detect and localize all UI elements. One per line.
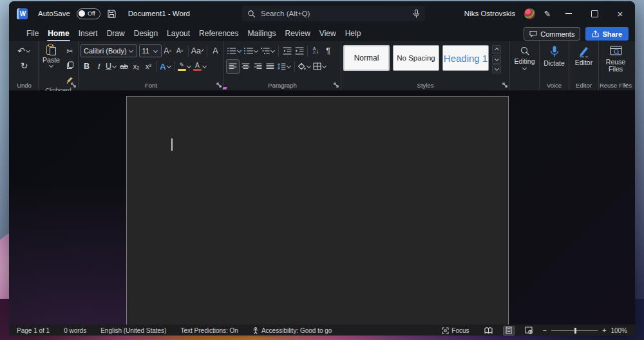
document-page[interactable]: [126, 96, 509, 325]
styles-more-button[interactable]: [492, 64, 501, 73]
superscript-button[interactable]: x²: [142, 60, 155, 73]
editor-pen-icon: [578, 46, 590, 57]
tab-file[interactable]: File: [22, 27, 43, 40]
user-name[interactable]: Niks Ostrovskis: [464, 10, 515, 17]
search-bar[interactable]: Search (Alt+Q): [242, 6, 425, 21]
cut-button[interactable]: ✂: [64, 44, 76, 58]
editor-button[interactable]: Editor: [571, 43, 596, 80]
text-effects-button[interactable]: A: [159, 60, 173, 73]
tab-references[interactable]: References: [194, 27, 243, 40]
accessibility-status[interactable]: Accessibility: Good to go: [252, 327, 332, 334]
subscript-button[interactable]: x₂: [130, 60, 142, 73]
bullets-button[interactable]: [226, 44, 243, 58]
strikethrough-button[interactable]: ab: [118, 60, 130, 73]
copy-button[interactable]: [64, 59, 76, 72]
close-button[interactable]: ×: [612, 5, 629, 22]
print-layout-button[interactable]: [503, 326, 515, 335]
align-left-button[interactable]: [226, 59, 240, 74]
comments-button[interactable]: Comments: [524, 27, 580, 41]
font-group-label: Font: [80, 80, 222, 90]
change-case-button[interactable]: Aa: [191, 44, 205, 58]
borders-button[interactable]: [312, 60, 328, 73]
styles-scroll-up-button[interactable]: [492, 45, 501, 54]
align-right-icon: [254, 63, 262, 70]
tab-review[interactable]: Review: [281, 27, 315, 40]
bold-button[interactable]: B: [80, 60, 93, 73]
undo-dropdown-icon[interactable]: [26, 48, 30, 53]
word-count[interactable]: 0 words: [64, 327, 86, 334]
underline-button[interactable]: U: [105, 60, 118, 73]
align-center-button[interactable]: [240, 60, 252, 73]
share-icon: [592, 30, 599, 37]
share-button[interactable]: Share: [585, 27, 629, 41]
word-logo-icon[interactable]: W: [17, 8, 28, 19]
align-right-button[interactable]: [252, 60, 264, 73]
focus-mode-button[interactable]: Focus: [442, 327, 469, 334]
editing-button[interactable]: Editing: [512, 43, 537, 80]
zoom-in-button[interactable]: +: [602, 326, 606, 334]
font-size-select[interactable]: 11: [139, 44, 162, 57]
style-normal[interactable]: Normal: [343, 45, 390, 71]
text-predictions-indicator[interactable]: Text Predictions: On: [180, 327, 238, 334]
decrease-indent-button[interactable]: [281, 44, 293, 58]
web-layout-button[interactable]: [523, 326, 535, 335]
multilevel-list-button[interactable]: [260, 44, 276, 58]
tab-view[interactable]: View: [315, 27, 341, 40]
clipboard-dialog-launcher-icon[interactable]: [71, 82, 76, 88]
justify-button[interactable]: [264, 60, 276, 73]
zoom-out-button[interactable]: −: [543, 326, 547, 334]
styles-dialog-launcher-icon[interactable]: [502, 82, 507, 88]
grow-font-button[interactable]: A˄: [162, 44, 174, 58]
sort-button[interactable]: AZ ↓: [310, 44, 322, 58]
highlight-color-button[interactable]: ✎: [177, 60, 193, 73]
save-icon[interactable]: [107, 9, 117, 19]
font-dialog-launcher-icon[interactable]: [216, 82, 222, 88]
ribbon: ↶ ↻ Undo Paste ✂: [9, 41, 635, 91]
paragraph-dialog-launcher-icon[interactable]: [334, 82, 339, 88]
search-icon: [247, 10, 256, 18]
show-hide-marks-button[interactable]: ¶: [322, 44, 334, 58]
shading-button[interactable]: [297, 60, 312, 73]
shrink-font-button[interactable]: A˅: [174, 44, 186, 58]
style-no-spacing[interactable]: No Spacing: [393, 45, 439, 71]
tab-layout[interactable]: Layout: [162, 27, 194, 40]
reuse-files-button[interactable]: Reuse Files: [601, 43, 630, 80]
paint-bucket-icon: [298, 62, 306, 70]
style-heading1[interactable]: Heading 1: [442, 45, 489, 71]
paste-dropdown-icon[interactable]: [49, 63, 53, 68]
font-color-button[interactable]: A: [193, 60, 208, 73]
microphone-icon[interactable]: [413, 9, 420, 18]
autosave-toggle[interactable]: Off: [77, 8, 100, 19]
user-avatar[interactable]: [524, 8, 535, 19]
document-canvas[interactable]: [9, 91, 635, 325]
numbering-button[interactable]: [243, 44, 260, 58]
highlight-bar-icon: [178, 69, 186, 71]
tab-mailings[interactable]: Mailings: [243, 27, 280, 40]
line-spacing-button[interactable]: [276, 60, 292, 73]
tab-draw[interactable]: Draw: [102, 27, 129, 40]
undo-group: ↶ ↻ Undo: [10, 41, 39, 90]
page-indicator[interactable]: Page 1 of 1: [17, 327, 50, 334]
language-indicator[interactable]: English (United States): [100, 327, 166, 334]
tab-help[interactable]: Help: [341, 27, 366, 40]
maximize-button[interactable]: [586, 5, 603, 22]
tab-home[interactable]: Home: [43, 27, 73, 40]
italic-button[interactable]: I: [93, 60, 105, 73]
undo-button[interactable]: ↶: [17, 44, 32, 58]
redo-button[interactable]: ↻: [18, 59, 30, 73]
zoom-slider-thumb[interactable]: [574, 328, 576, 334]
web-layout-icon: [525, 326, 533, 334]
zoom-level[interactable]: 100%: [611, 327, 627, 334]
dictate-button[interactable]: Dictate: [542, 43, 567, 80]
font-name-select[interactable]: Calibri (Body): [80, 44, 137, 57]
tab-design[interactable]: Design: [129, 27, 162, 40]
clear-formatting-button[interactable]: A: [209, 44, 222, 58]
inking-pen-icon[interactable]: ✎: [543, 10, 553, 17]
styles-scroll-down-button[interactable]: [492, 55, 501, 64]
zoom-slider[interactable]: [551, 330, 598, 331]
read-mode-button[interactable]: [483, 326, 495, 335]
minimize-button[interactable]: [560, 5, 577, 22]
increase-indent-button[interactable]: [293, 44, 305, 58]
paste-button[interactable]: Paste: [41, 43, 62, 86]
tab-insert[interactable]: Insert: [74, 27, 102, 40]
